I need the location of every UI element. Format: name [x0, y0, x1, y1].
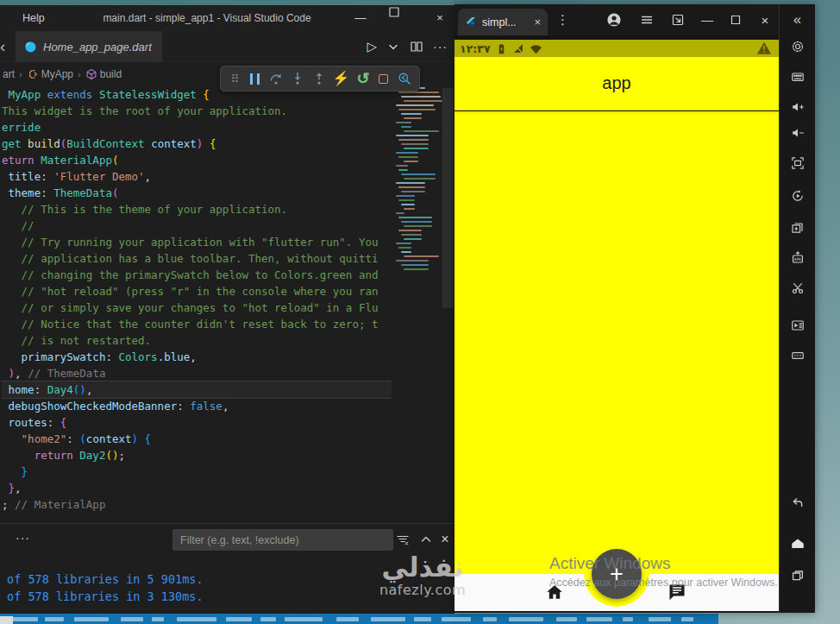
code-line[interactable]: erride [2, 119, 392, 136]
drag-handle-icon[interactable]: ⠿ [229, 71, 241, 86]
step-over-icon[interactable] [269, 71, 283, 86]
code-line[interactable]: // Notice that the counter didn't reset … [2, 316, 392, 332]
code-line[interactable]: home: Day4(), [2, 381, 392, 398]
code-line[interactable]: // Try running your application with "fl… [2, 234, 392, 250]
macro-icon[interactable] [788, 317, 807, 334]
code-line[interactable]: // application has a blue toolbar. Then,… [2, 250, 392, 267]
filter-list-icon[interactable] [395, 532, 411, 547]
multi-window-icon[interactable] [788, 219, 807, 236]
tab-close-icon[interactable]: × [534, 16, 541, 28]
panel-more-icon[interactable]: ··· [16, 531, 30, 545]
app-bar-title: app [602, 73, 630, 93]
menu-help[interactable]: Help [17, 5, 50, 31]
vscode-tabbar: ‹ Home_app_page.dart ▷ ··· [0, 31, 454, 62]
collapse-panel-icon[interactable] [418, 532, 434, 547]
close-icon[interactable]: × [757, 12, 773, 28]
code-line[interactable]: // or simply save your changes to "hot r… [2, 299, 392, 316]
console-output: of 578 libraries in 5 901ms. of 578 libr… [7, 570, 204, 605]
code-line[interactable]: theme: ThemeData( [2, 185, 392, 201]
code-line[interactable]: title: 'Flutter Demo', [2, 168, 392, 185]
volume-up-icon[interactable] [788, 98, 807, 116]
status-time: ١٢:٣٧ [460, 42, 491, 55]
code-line[interactable]: "home2": (context) { [2, 431, 392, 447]
filter-input[interactable] [172, 529, 393, 551]
vscode-statusbar[interactable] [0, 614, 718, 624]
method-symbol-icon [85, 68, 97, 80]
back-icon[interactable] [788, 494, 807, 511]
flutter-icon [465, 16, 477, 28]
hot-reload-icon[interactable]: ⚡ [334, 71, 349, 86]
close-icon[interactable]: × [427, 5, 453, 31]
no-signal-icon [512, 42, 525, 55]
more-actions-icon[interactable]: ··· [433, 40, 448, 54]
power-icon[interactable] [788, 38, 807, 55]
step-out-icon[interactable] [312, 71, 326, 86]
resize-icon[interactable] [670, 12, 686, 28]
warning-icon [756, 41, 772, 56]
more-icon[interactable] [788, 347, 807, 364]
step-into-icon[interactable] [291, 71, 304, 86]
stop-icon[interactable] [378, 71, 390, 86]
rotate-icon[interactable] [788, 187, 807, 205]
home-icon[interactable] [788, 534, 807, 552]
vscode-window: Help main.dart - simple_app1 - Visual St… [0, 5, 454, 614]
app-body [454, 111, 779, 574]
scissors-icon[interactable] [788, 280, 807, 297]
breadcrumb-file[interactable]: art [3, 68, 15, 80]
code-line[interactable]: // This is the theme of your application… [2, 201, 392, 217]
hamburger-icon[interactable]: > [639, 12, 655, 28]
volume-down-icon[interactable] [788, 124, 807, 142]
code-line[interactable]: eturn MaterialApp( [2, 152, 392, 168]
fullscreen-icon[interactable] [788, 154, 807, 172]
code-line[interactable]: // [2, 217, 392, 234]
code-line[interactable]: primarySwatch: Colors.blue, [2, 349, 392, 365]
editor-scrollbar[interactable] [442, 85, 454, 523]
code-line[interactable]: ; // MaterialApp [2, 496, 392, 513]
wifi-icon [530, 42, 542, 55]
breadcrumb-method[interactable]: build [85, 68, 122, 80]
run-icon[interactable]: ▷ [367, 39, 377, 54]
maximize-icon[interactable] [728, 12, 743, 28]
minimap[interactable] [392, 85, 442, 523]
recents-icon[interactable] [788, 567, 807, 584]
split-editor-icon[interactable] [410, 40, 423, 54]
debug-toolbar: ⠿⚡↺ [220, 66, 420, 91]
emulator-window: simpl... × ⋮ > — × ١٢:٣٧ app [454, 4, 815, 613]
code-line[interactable]: routes: { [2, 414, 392, 431]
code-line[interactable]: return Day2(); [2, 447, 392, 463]
restart-icon[interactable]: ↺ [357, 71, 370, 86]
breadcrumb-class[interactable]: MyApp [27, 68, 73, 80]
code-line[interactable]: ), // ThemeData [2, 365, 392, 381]
tab-home-app-page[interactable]: Home_app_page.dart [16, 31, 162, 62]
code-line[interactable]: // "hot reload" (press "r" in the consol… [2, 283, 392, 299]
chevron-left-icon[interactable]: ‹ [0, 35, 5, 59]
pause-icon[interactable] [248, 71, 260, 86]
battery-charging-icon [495, 42, 508, 55]
app-bar: app [454, 57, 779, 110]
close-panel-icon[interactable]: × [437, 532, 453, 547]
code-line[interactable]: }, [2, 480, 392, 496]
code-line[interactable]: } [2, 463, 392, 480]
keyboard-icon[interactable] [788, 68, 807, 85]
emulator-tab[interactable]: simpl... × [458, 9, 548, 35]
site-watermark: نفذلي nafezly.com [362, 552, 483, 598]
code-line[interactable]: get build(BuildContext context) { [2, 136, 392, 152]
desktop: Help main.dart - simple_app1 - Visual St… [0, 0, 840, 624]
code-line[interactable]: // changing the primarySwatch below to C… [2, 267, 392, 283]
code-line[interactable]: This widget is the root of your applicat… [2, 103, 392, 119]
svg-text:APK: APK [794, 257, 801, 262]
android-statusbar: ١٢:٣٧ [454, 40, 779, 57]
install-apk-icon[interactable]: APK [788, 249, 807, 267]
code-editor[interactable]: MyApp extends StatelessWidget {This widg… [0, 85, 454, 523]
menu-dots-icon[interactable]: ⋮ [556, 10, 569, 29]
maximize-icon[interactable] [387, 5, 413, 31]
code-line[interactable]: debugShowCheckedModeBanner: false, [2, 398, 392, 414]
account-icon[interactable] [606, 12, 622, 28]
collapse-icon[interactable]: « [788, 11, 807, 28]
code-line[interactable]: // is not restarted. [2, 332, 392, 349]
minimize-icon[interactable]: — [348, 5, 373, 31]
run-dropdown-icon[interactable] [386, 40, 400, 54]
widget-inspector-icon[interactable] [398, 71, 411, 86]
minimize-icon[interactable]: — [699, 12, 715, 28]
windows-activation-watermark: Activer Windows Accédez aux paramètres p… [549, 554, 779, 589]
